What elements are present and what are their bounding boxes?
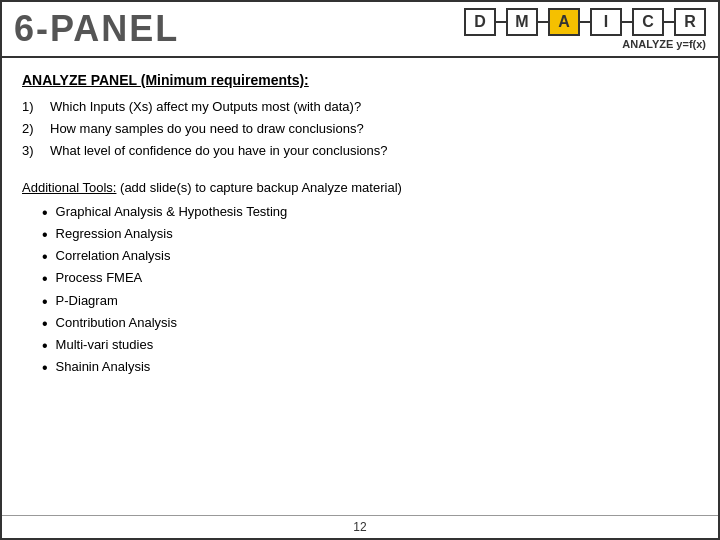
bullet-text-6: Contribution Analysis	[56, 314, 177, 332]
bullet-list: • Graphical Analysis & Hypothesis Testin…	[42, 203, 698, 381]
bullet-item-8: • Shainin Analysis	[42, 358, 698, 377]
dmaic-label: ANALYZE y=f(x)	[622, 38, 706, 50]
dmaic-c: C	[632, 8, 664, 36]
bullet-icon-2: •	[42, 225, 48, 244]
panel-title: ANALYZE PANEL (Minimum requirements):	[22, 72, 698, 88]
bullet-item-1: • Graphical Analysis & Hypothesis Testin…	[42, 203, 698, 222]
bullet-item-6: • Contribution Analysis	[42, 314, 698, 333]
bullet-item-5: • P-Diagram	[42, 292, 698, 311]
dmaic-i: I	[590, 8, 622, 36]
bullet-icon-3: •	[42, 247, 48, 266]
item-1-num: 1)	[22, 98, 40, 116]
numbered-list: 1) Which Inputs (Xs) affect my Outputs m…	[22, 98, 698, 165]
additional-prefix: Additional Tools:	[22, 180, 116, 195]
bullet-item-2: • Regression Analysis	[42, 225, 698, 244]
bullet-text-7: Multi-vari studies	[56, 336, 154, 354]
footer: 12	[2, 515, 718, 538]
bullet-text-3: Correlation Analysis	[56, 247, 171, 265]
bullet-icon-8: •	[42, 358, 48, 377]
content-area: ANALYZE PANEL (Minimum requirements): 1)…	[2, 58, 718, 515]
item-2-text: How many samples do you need to draw con…	[50, 120, 364, 138]
dmaic-d: D	[464, 8, 496, 36]
list-item-3: 3) What level of confidence do you have …	[22, 142, 698, 160]
dmaic-r: R	[674, 8, 706, 36]
header: 6-PANEL D M A I C R ANALYZE	[2, 2, 718, 58]
dmaic-a: A	[548, 8, 580, 36]
bullet-icon-7: •	[42, 336, 48, 355]
bullet-text-1: Graphical Analysis & Hypothesis Testing	[56, 203, 288, 221]
dmaic-bar: D M A I C R ANALYZE y=f(x)	[466, 8, 706, 50]
list-item-2: 2) How many samples do you need to draw …	[22, 120, 698, 138]
bullet-text-2: Regression Analysis	[56, 225, 173, 243]
additional-header: Additional Tools: (add slide(s) to captu…	[22, 179, 698, 197]
bullet-item-4: • Process FMEA	[42, 269, 698, 288]
bullet-text-5: P-Diagram	[56, 292, 118, 310]
additional-suffix: (add slide(s) to capture backup Analyze …	[116, 180, 401, 195]
bullet-icon-1: •	[42, 203, 48, 222]
item-2-num: 2)	[22, 120, 40, 138]
item-3-text: What level of confidence do you have in …	[50, 142, 387, 160]
item-3-num: 3)	[22, 142, 40, 160]
bullet-icon-5: •	[42, 292, 48, 311]
bullet-item-3: • Correlation Analysis	[42, 247, 698, 266]
bullet-icon-6: •	[42, 314, 48, 333]
bullet-text-8: Shainin Analysis	[56, 358, 151, 376]
dmaic-m: M	[506, 8, 538, 36]
list-item-1: 1) Which Inputs (Xs) affect my Outputs m…	[22, 98, 698, 116]
page: 6-PANEL D M A I C R ANALYZE	[0, 0, 720, 540]
dmaic-boxes: D M A I C R	[466, 8, 706, 36]
bullet-item-7: • Multi-vari studies	[42, 336, 698, 355]
page-number: 12	[353, 520, 366, 534]
item-1-text: Which Inputs (Xs) affect my Outputs most…	[50, 98, 361, 116]
page-title: 6-PANEL	[14, 8, 179, 50]
bullet-icon-4: •	[42, 269, 48, 288]
bullet-text-4: Process FMEA	[56, 269, 143, 287]
